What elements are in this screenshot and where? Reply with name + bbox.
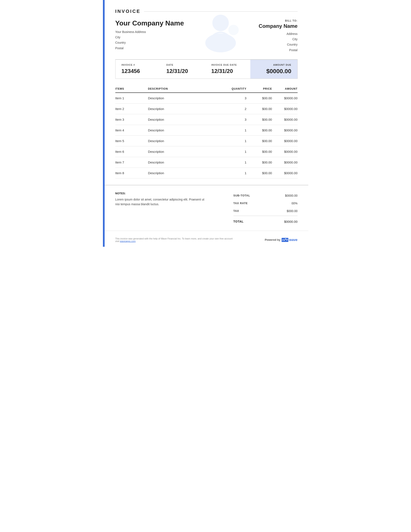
subtotal-row: SUB-TOTAL $0000.00 [234, 192, 298, 200]
total-value: $0000.00 [284, 220, 298, 223]
item-price: $00.00 [246, 135, 272, 146]
amount-due-cell: AMOUNT DUE $0000.00 [250, 60, 297, 78]
item-amount: $0000.00 [272, 168, 297, 178]
header-section: INVOICE Your Company Name Your Business … [105, 0, 308, 59]
total-row: TOTAL $0000.00 [234, 217, 298, 224]
invoice-number-cell: INVOICE # 123456 [116, 60, 160, 78]
item-description: Description [148, 93, 225, 104]
table-row: Item 3 Description 3 $00.00 $0000.00 [115, 114, 298, 125]
item-price: $00.00 [246, 103, 272, 114]
due-date-label: INVOICE DUE DATE [211, 64, 244, 66]
business-address: Your Business Address [115, 29, 184, 35]
col-header-amount: AMOUNT [272, 85, 297, 93]
company-info: Your Company Name Your Business Address … [115, 19, 184, 51]
item-quantity: 1 [225, 157, 246, 168]
amount-due-value: $0000.00 [256, 68, 291, 75]
items-table: ITEMS DESCRIPTION QUANTITY PRICE AMOUNT … [115, 85, 298, 179]
bottom-section: NOTES: Lorem ipsum dolor sit amet, conse… [105, 185, 308, 231]
item-description: Description [148, 114, 225, 125]
items-section: ITEMS DESCRIPTION QUANTITY PRICE AMOUNT … [105, 85, 308, 179]
due-date-cell: INVOICE DUE DATE 12/31/20 [206, 60, 250, 78]
table-row: Item 7 Description 1 $00.00 $0000.00 [115, 157, 298, 168]
meta-section: INVOICE # 123456 DATE 12/31/20 INVOICE D… [115, 59, 298, 79]
table-row: Item 6 Description 1 $00.00 $0000.00 [115, 146, 298, 157]
invoice-title: INVOICE [115, 9, 140, 14]
wave-brand-name: wave [289, 238, 297, 242]
company-city: City [115, 35, 184, 40]
tax-label: TAX [234, 209, 239, 213]
item-price: $00.00 [246, 125, 272, 135]
item-price: $00.00 [246, 157, 272, 168]
tax-value: $000.00 [287, 209, 298, 213]
svg-point-0 [212, 15, 229, 31]
item-quantity: 1 [225, 135, 246, 146]
item-name: Item 4 [115, 125, 148, 135]
footer-section: This invoice was generated with the help… [105, 231, 308, 247]
bill-country: Country [259, 42, 297, 47]
total-label: TOTAL [234, 220, 244, 223]
item-amount: $0000.00 [272, 146, 297, 157]
meta-left: INVOICE # 123456 DATE 12/31/20 INVOICE D… [116, 60, 250, 78]
accent-bar [103, 0, 105, 247]
item-amount: $0000.00 [272, 125, 297, 135]
item-quantity: 3 [225, 93, 246, 104]
wave-logo: wave [281, 238, 297, 242]
amount-due-label: AMOUNT DUE [256, 64, 291, 66]
bill-to-label: BILL TO: [259, 19, 297, 22]
footer-link[interactable]: waveapps.com [120, 240, 136, 242]
item-price: $00.00 [246, 146, 272, 157]
item-amount: $0000.00 [272, 114, 297, 125]
bill-address-line: Address [259, 31, 297, 37]
date-cell: DATE 12/31/20 [160, 60, 206, 78]
tax-rate-row: TAX RATE 00% [234, 200, 298, 207]
col-header-description: DESCRIPTION [148, 85, 225, 93]
item-price: $00.00 [246, 168, 272, 178]
invoice-number-value: 123456 [121, 68, 154, 75]
company-name: Your Company Name [115, 19, 184, 27]
invoice-number-label: INVOICE # [121, 64, 154, 66]
subtotal-label: SUB-TOTAL [234, 194, 250, 197]
table-row: Item 4 Description 1 $00.00 $0000.00 [115, 125, 298, 135]
col-header-price: PRICE [246, 85, 272, 93]
tax-rate-label: TAX RATE [234, 202, 248, 205]
table-row: Item 8 Description 1 $00.00 $0000.00 [115, 168, 298, 178]
table-row: Item 2 Description 2 $00.00 $0000.00 [115, 103, 298, 114]
svg-point-1 [205, 34, 236, 52]
item-description: Description [148, 146, 225, 157]
item-amount: $0000.00 [272, 103, 297, 114]
invoice-page: INVOICE Your Company Name Your Business … [103, 0, 308, 247]
bill-to-section: BILL TO: Company Name Address City Count… [259, 19, 297, 53]
bill-address: Address City Country Postal [259, 31, 297, 53]
tax-row: TAX $000.00 [234, 207, 298, 215]
totals-area: SUB-TOTAL $0000.00 TAX RATE 00% TAX $000… [234, 192, 298, 224]
item-name: Item 2 [115, 103, 148, 114]
bill-postal: Postal [259, 48, 297, 53]
company-country: Country [115, 40, 184, 45]
item-name: Item 6 [115, 146, 148, 157]
table-header-row: ITEMS DESCRIPTION QUANTITY PRICE AMOUNT [115, 85, 298, 93]
table-row: Item 1 Description 3 $00.00 $0000.00 [115, 93, 298, 104]
item-description: Description [148, 168, 225, 178]
company-postal: Postal [115, 46, 184, 51]
item-name: Item 8 [115, 168, 148, 178]
footer-brand: Powered by wave [265, 238, 297, 242]
subtotal-value: $0000.00 [285, 194, 297, 197]
item-name: Item 7 [115, 157, 148, 168]
item-amount: $0000.00 [272, 157, 297, 168]
item-quantity: 1 [225, 146, 246, 157]
table-row: Item 5 Description 1 $00.00 $0000.00 [115, 135, 298, 146]
bill-company-name: Company Name [259, 23, 297, 29]
item-amount: $0000.00 [272, 93, 297, 104]
notes-area: NOTES: Lorem ipsum dolor sit amet, conse… [115, 192, 221, 207]
item-amount: $0000.00 [272, 135, 297, 146]
item-quantity: 1 [225, 125, 246, 135]
item-description: Description [148, 157, 225, 168]
item-quantity: 3 [225, 114, 246, 125]
watermark-icon [197, 6, 244, 54]
item-price: $00.00 [246, 93, 272, 104]
item-quantity: 1 [225, 168, 246, 178]
item-description: Description [148, 103, 225, 114]
col-header-quantity: QUANTITY [225, 85, 246, 93]
item-name: Item 3 [115, 114, 148, 125]
col-header-items: ITEMS [115, 85, 148, 93]
